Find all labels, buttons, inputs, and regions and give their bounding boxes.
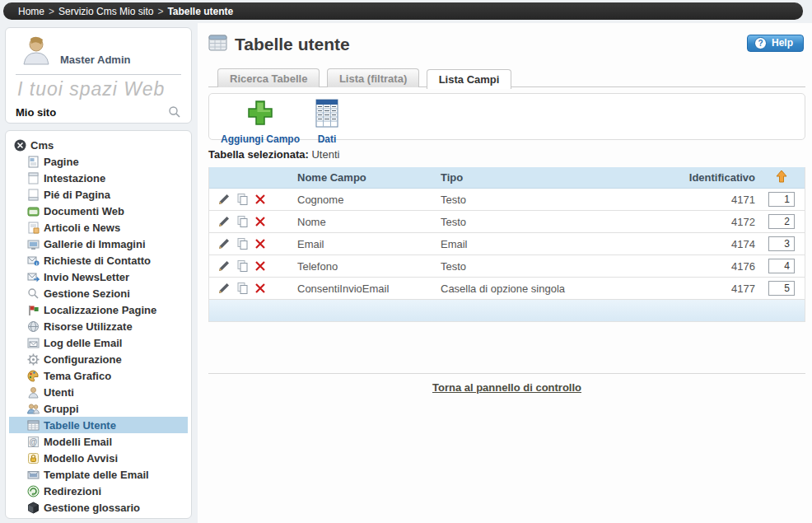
sidebar-item-log-delle-email[interactable]: Log delle Email	[9, 334, 188, 351]
delete-x-icon[interactable]	[254, 283, 266, 294]
cell-nome: Cognome	[287, 194, 439, 206]
sidebar-item-tabelle-utente[interactable]: Tabelle Utente	[9, 417, 188, 433]
table-header-row: Nome Campo Tipo Identificativo	[209, 167, 805, 189]
sidebar-item-label: Tema Grafico	[44, 370, 111, 382]
sort-order-arrow-icon[interactable]	[775, 170, 795, 186]
order-input[interactable]	[768, 259, 795, 273]
sidebar-item-gruppi[interactable]: Gruppi	[9, 400, 188, 417]
copy-icon[interactable]	[236, 215, 249, 228]
sidebar-item-utenti[interactable]: Utenti	[9, 384, 188, 400]
selected-table-value: Utenti	[311, 148, 339, 161]
delete-x-icon[interactable]	[254, 238, 266, 250]
news-icon	[27, 222, 40, 234]
delete-x-icon[interactable]	[254, 216, 266, 227]
user-divider	[16, 74, 181, 75]
copy-icon[interactable]	[236, 282, 249, 295]
help-button[interactable]: ? Help	[747, 35, 804, 52]
breadcrumb-home[interactable]: Home	[18, 6, 44, 17]
add-field-button[interactable]: Aggiungi Campo	[221, 98, 300, 145]
order-input[interactable]	[768, 281, 795, 296]
sidebar-item-label: Cms	[30, 139, 54, 152]
sidebar-item-template-delle-email[interactable]: Template delle Email	[9, 466, 188, 483]
sidebar-item-label: Modelli Email	[44, 436, 112, 448]
copy-icon[interactable]	[236, 237, 249, 250]
sidebar-item-label: Localizzazione Pagine	[44, 304, 156, 316]
user-name: Master Admin	[60, 54, 130, 69]
edit-pencil-icon[interactable]	[217, 215, 231, 228]
newsletter-send-icon	[27, 271, 40, 283]
column-identificativo: Identificativo	[645, 171, 760, 184]
sidebar-item-articoli-e-news[interactable]: Articoli e News	[9, 219, 188, 236]
order-input[interactable]	[768, 214, 795, 229]
delete-x-icon[interactable]	[254, 194, 266, 205]
tab-lista-campi[interactable]: Lista Campi	[427, 69, 512, 89]
sidebar-item-label: Modello Avvisi	[44, 452, 118, 465]
sidebar-item-configurazione[interactable]: Configurazione	[9, 351, 188, 367]
sidebar-item-invio-newsletter[interactable]: Invio NewsLetter	[9, 269, 188, 285]
tab-lista-filtrata[interactable]: Lista (filtrata)	[327, 68, 419, 87]
cell-identificativo: 4171	[645, 194, 760, 206]
edit-pencil-icon[interactable]	[217, 237, 231, 250]
sidebar-item-label: Pié di Pagina	[44, 189, 110, 201]
sidebar-item-pie-di-pagina[interactable]: Pié di Pagina	[9, 186, 188, 203]
sidebar-item-label: Gruppi	[44, 403, 79, 415]
sidebar-item-richieste-di-contatto[interactable]: i Richieste di Contatto	[9, 252, 188, 269]
fields-table: Nome Campo Tipo Identificativo Cognome T…	[208, 167, 805, 322]
breadcrumb-service[interactable]: Servizio Cms Mio sito	[58, 6, 153, 17]
sidebar-item-label: Log delle Email	[44, 337, 122, 349]
back-to-control-panel-link[interactable]: Torna al pannello di controllo	[432, 381, 581, 394]
tab-ricerca-tabelle[interactable]: Ricerca Tabelle	[217, 68, 320, 87]
site-name: Mio sito	[16, 106, 56, 119]
sidebar-item-gestione-glossario[interactable]: Gestione glossario	[9, 499, 188, 516]
page-icon	[27, 156, 40, 168]
edit-pencil-icon[interactable]	[217, 259, 231, 273]
cell-nome: Nome	[287, 216, 439, 228]
delete-x-icon[interactable]	[254, 260, 266, 272]
sidebar-item-documenti-web[interactable]: Documenti Web	[9, 203, 188, 219]
contact-mail-icon: i	[27, 254, 40, 267]
email-template-icon	[27, 469, 40, 481]
theme-palette-icon	[27, 370, 40, 382]
selected-table-label: Tabella selezionata:	[208, 148, 309, 161]
sidebar-item-modello-avvisi[interactable]: Modello Avvisi	[9, 450, 188, 466]
sidebar-item-label: Utenti	[44, 386, 74, 399]
sidebar-item-intestazione[interactable]: Intestazione	[9, 170, 188, 186]
user-tables-icon	[27, 419, 40, 432]
sidebar-item-risorse-utilizzate[interactable]: Risorse Utilizzate	[9, 318, 188, 334]
sidebar-item-modelli-email[interactable]: @ Modelli Email	[9, 433, 188, 450]
cell-identificativo: 4176	[645, 260, 760, 273]
sidebar-item-redirezioni[interactable]: Redirezioni	[9, 483, 188, 499]
sidebar-item-cms[interactable]: Cms	[9, 137, 188, 153]
data-button[interactable]: Dati	[315, 98, 339, 145]
edit-pencil-icon[interactable]	[217, 193, 231, 206]
order-input[interactable]	[768, 236, 795, 251]
sidebar-item-label: Pagine	[44, 156, 79, 168]
tabbar: Ricerca Tabelle Lista (filtrata) Lista C…	[208, 68, 805, 87]
main-content: Tabelle utente ? Help Ricerca Tabelle Li…	[198, 23, 812, 523]
sidebar-item-pagine[interactable]: Pagine	[9, 153, 188, 170]
localization-flag-icon	[27, 304, 40, 316]
sidebar-item-gallerie-di-immagini[interactable]: Gallerie di Immagini	[9, 236, 188, 252]
sidebar-item-label: Tabelle Utente	[44, 419, 116, 432]
svg-text:?: ?	[758, 39, 763, 48]
sidebar-item-tema-grafico[interactable]: Tema Grafico	[9, 367, 188, 384]
sidebar-item-label: Redirezioni	[44, 485, 101, 497]
sidebar-item-gestione-sezioni[interactable]: Gestione Sezioni	[9, 285, 188, 301]
redirects-icon	[27, 485, 40, 497]
copy-icon[interactable]	[236, 193, 249, 206]
alerts-lock-icon	[27, 452, 40, 465]
cell-identificativo: 4174	[645, 238, 760, 250]
sidebar-item-localizzazione-pagine[interactable]: Localizzazione Pagine	[9, 301, 188, 318]
avatar	[21, 35, 52, 69]
sidebar-item-label: Documenti Web	[44, 205, 124, 217]
copy-icon[interactable]	[236, 259, 249, 273]
breadcrumb-current: Tabelle utente	[167, 6, 233, 17]
data-table-icon	[315, 98, 339, 133]
edit-pencil-icon[interactable]	[217, 282, 231, 295]
table-row: Email Email 4174	[209, 233, 805, 255]
search-icon[interactable]	[168, 105, 181, 119]
order-input[interactable]	[768, 192, 795, 207]
sidebar-item-label: Gestione Sezioni	[44, 287, 130, 300]
column-nome-campo: Nome Campo	[287, 171, 439, 184]
column-tipo: Tipo	[439, 171, 645, 184]
